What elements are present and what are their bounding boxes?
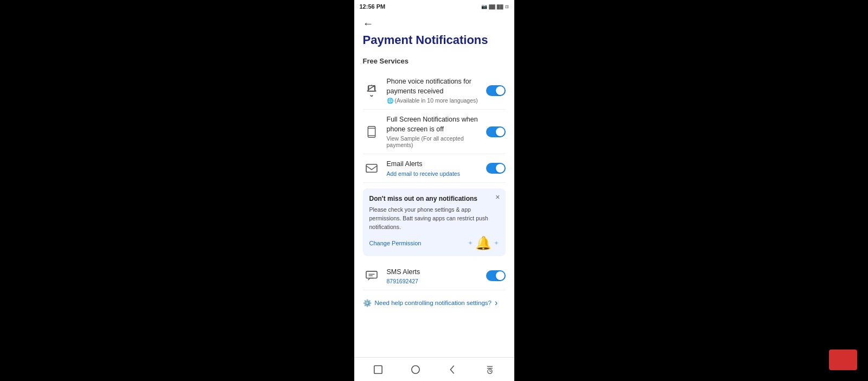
page-title: Payment Notifications xyxy=(363,33,506,47)
banner-title: Don't miss out on any notifications xyxy=(369,195,499,202)
sparkle-left: ✦ xyxy=(468,239,473,247)
svg-rect-8 xyxy=(374,365,382,373)
nav-recents-button[interactable] xyxy=(480,360,500,379)
sms-icon xyxy=(363,267,380,284)
main-content: ← Payment Notifications Free Services Ph… xyxy=(354,12,514,357)
banner-footer: Change Permission ✦ 🔔 ✦ xyxy=(369,236,499,251)
phone-frame: 12:56 PM 📷 ▓▓ ▓▓ ⊡ ← Payment Notificatio… xyxy=(354,0,514,381)
status-bar: 12:56 PM 📷 ▓▓ ▓▓ ⊡ xyxy=(354,0,514,12)
help-link-text[interactable]: Need help controlling notification setti… xyxy=(375,300,492,306)
nav-home-button[interactable] xyxy=(406,360,425,379)
bell-container: ✦ 🔔 ✦ xyxy=(468,236,499,251)
notification-banner: × Don't miss out on any notifications Pl… xyxy=(363,188,506,256)
notif-title-phone-voice: Phone voice notifications for payments r… xyxy=(387,77,486,96)
notif-title-fullscreen: Full Screen Notifications when phone scr… xyxy=(387,115,486,134)
section-header-free-services: Free Services xyxy=(363,57,506,65)
help-link[interactable]: ⚙️ Need help controlling notification se… xyxy=(363,290,506,313)
phone-screen-icon xyxy=(363,123,380,141)
toggle-fullscreen[interactable] xyxy=(486,126,506,137)
bottom-nav xyxy=(354,357,514,381)
notif-title-email: Email Alerts xyxy=(387,160,486,169)
notif-text-fullscreen: Full Screen Notifications when phone scr… xyxy=(387,115,486,148)
notif-text-sms: SMS Alerts 8791692427 xyxy=(387,268,486,285)
banner-body: Please check your phone settings & app p… xyxy=(369,206,499,231)
svg-rect-5 xyxy=(366,271,377,278)
view-sample-link[interactable]: View Sample xyxy=(387,135,420,142)
svg-point-9 xyxy=(411,365,419,373)
notif-sub-phone-voice: 🌐 (Available in 10 more languages) xyxy=(387,97,486,104)
back-row: ← xyxy=(363,12,506,32)
help-link-arrow: › xyxy=(495,298,497,308)
email-icon xyxy=(363,160,380,177)
notif-sub-sms: 8791692427 xyxy=(387,278,486,284)
toggle-sms[interactable] xyxy=(486,270,506,281)
svg-rect-4 xyxy=(366,164,377,172)
notif-text-email: Email Alerts Add email to receive update… xyxy=(387,160,486,177)
toggle-phone-voice[interactable] xyxy=(486,85,506,96)
status-icons: 📷 ▓▓ ▓▓ ⊡ xyxy=(481,4,508,9)
notif-item-phone-voice: Phone voice notifications for payments r… xyxy=(363,72,506,110)
notif-title-sms: SMS Alerts xyxy=(387,268,486,277)
toggle-email[interactable] xyxy=(486,163,506,174)
notif-sub-email[interactable]: Add email to receive updates xyxy=(387,170,486,177)
nav-square-button[interactable] xyxy=(368,360,388,379)
change-permission-link[interactable]: Change Permission xyxy=(369,240,422,246)
red-corner-box xyxy=(829,350,857,370)
back-button[interactable]: ← xyxy=(363,17,374,29)
notif-item-email: Email Alerts Add email to receive update… xyxy=(363,154,506,183)
notif-sub-fullscreen: View Sample (For all accepted payments) xyxy=(387,135,486,148)
notif-text-phone-voice: Phone voice notifications for payments r… xyxy=(387,77,486,104)
bell-icon: 🔔 xyxy=(475,236,492,251)
notif-item-fullscreen: Full Screen Notifications when phone scr… xyxy=(363,110,506,154)
nav-back-button[interactable] xyxy=(443,360,462,379)
banner-close-button[interactable]: × xyxy=(495,193,500,201)
help-icon: ⚙️ xyxy=(363,299,372,307)
phone-bell-icon xyxy=(363,82,380,99)
status-time: 12:56 PM xyxy=(360,3,386,10)
sparkle-right: ✦ xyxy=(494,239,499,247)
notif-item-sms: SMS Alerts 8791692427 xyxy=(363,262,506,290)
